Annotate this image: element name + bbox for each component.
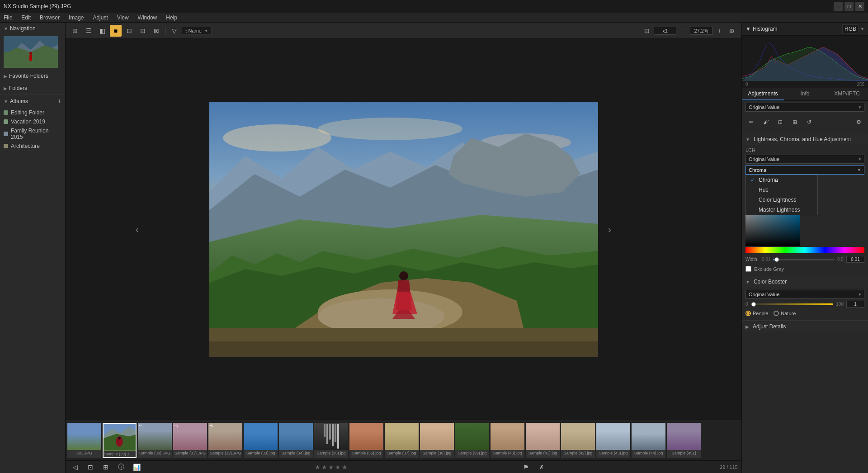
adjust-details-section[interactable]: ▶ Adjust Details <box>742 321 868 332</box>
adj-tool-2[interactable]: 🖌 <box>760 116 772 128</box>
film-item-13[interactable]: Sample (41).jpg <box>526 423 560 458</box>
status-flag-button[interactable]: ⚑ <box>520 461 532 473</box>
width-value-input[interactable] <box>846 256 864 263</box>
lch-original-value-select[interactable]: Original Value <box>745 155 864 164</box>
view-list-button[interactable]: ☰ <box>83 25 94 37</box>
exclude-gray-label[interactable]: Exclude Gray <box>754 266 784 272</box>
albums-header[interactable]: ▼ Albums + <box>0 95 65 108</box>
color-lightness-option[interactable]: Color Lightness <box>746 195 817 205</box>
menu-window[interactable]: Window <box>136 14 159 21</box>
album-architecture[interactable]: Architecture <box>0 142 65 151</box>
film-item-6[interactable]: Sample (34).jpg <box>279 423 313 458</box>
menu-image[interactable]: Image <box>67 14 85 21</box>
zoom-fit-button[interactable]: ⊡ <box>641 25 653 37</box>
film-item-14[interactable]: Sample (42).jpg <box>561 423 595 458</box>
filter-button[interactable]: ▽ <box>168 25 180 37</box>
film-item-5[interactable]: Sample (33).jpg <box>244 423 278 458</box>
tab-adjustments[interactable]: Adjustments <box>742 88 784 100</box>
view-filmstrip-button[interactable]: ⊡ <box>137 25 149 37</box>
film-item-1[interactable]: Sample (29).JPG <box>103 423 137 458</box>
film-item-0[interactable]: 381.JPG <box>67 423 101 458</box>
star-2[interactable]: ★ <box>321 464 327 471</box>
film-item-7[interactable]: Sample (35).jpg <box>314 423 348 458</box>
sort-control[interactable]: ↕ Name ▼ <box>182 27 212 35</box>
adj-tool-3[interactable]: ⊡ <box>774 116 786 128</box>
film-item-3[interactable]: *5 Sample (31).JPG <box>173 423 207 458</box>
width-slider-thumb[interactable] <box>774 257 779 262</box>
album-vacation-2019[interactable]: Vacation 2019 <box>0 117 65 126</box>
menu-adjust[interactable]: Adjust <box>91 14 109 21</box>
radio-people[interactable]: People <box>745 311 768 316</box>
status-view-button[interactable]: ⊡ <box>85 461 96 473</box>
booster-original-value-select[interactable]: Original Value <box>745 290 864 299</box>
chroma-dropdown[interactable]: Chroma ▼ <box>745 166 864 175</box>
status-info-button[interactable]: ⓘ <box>115 461 127 473</box>
star-1[interactable]: ★ <box>315 464 321 471</box>
view-extra-button[interactable]: ⊠ <box>151 25 162 37</box>
histogram-mode-arrow: ▼ <box>860 27 864 31</box>
exclude-gray-checkbox[interactable] <box>745 266 751 272</box>
color-spectrum[interactable] <box>745 247 864 253</box>
zoom-actual-button[interactable]: ⊕ <box>726 25 738 37</box>
film-item-8[interactable]: Sample (36).jpg <box>349 423 383 458</box>
status-reject-button[interactable]: ✗ <box>536 461 547 473</box>
film-item-4[interactable]: *5 Sample (32).JPG <box>208 423 242 458</box>
film-item-2[interactable]: *5 Sample (30).JPG <box>138 423 172 458</box>
star-4[interactable]: ★ <box>335 464 341 471</box>
adj-tool-1[interactable]: ✏ <box>745 116 757 128</box>
film-item-17[interactable]: Sample (45).j <box>667 423 701 458</box>
film-item-12[interactable]: Sample (40).jpg <box>491 423 524 458</box>
favorite-folders-header[interactable]: ▶ Favorite Folders <box>0 70 65 82</box>
menu-file[interactable]: File <box>2 14 14 21</box>
view-split-button[interactable]: ⊟ <box>123 25 135 37</box>
album-editing-folder[interactable]: Editing Folder <box>0 108 65 117</box>
master-lightness-option[interactable]: Master Lightness <box>746 205 817 215</box>
view-compare-button[interactable]: ◧ <box>96 25 108 37</box>
star-5[interactable]: ★ <box>342 464 348 471</box>
booster-slider-track[interactable] <box>751 303 834 305</box>
menu-edit[interactable]: Edit <box>19 14 33 21</box>
add-album-button[interactable]: + <box>57 97 61 105</box>
film-item-15[interactable]: Sample (43).jpg <box>596 423 630 458</box>
film-item-9[interactable]: Sample (37).jpg <box>385 423 419 458</box>
status-back-button[interactable]: ◁ <box>69 461 81 473</box>
menu-help[interactable]: Help <box>164 14 179 21</box>
lch-header[interactable]: ▼ Lightness, Chroma, and Hue Adjustment <box>742 134 868 145</box>
scroll-left-button[interactable]: ‹ <box>136 224 139 235</box>
folders-header[interactable]: ▶ Folders <box>0 82 65 94</box>
album-family-reunion[interactable]: Family Reunion 2015 <box>0 126 65 142</box>
minimize-button[interactable]: — <box>834 2 843 11</box>
album-dot-4 <box>4 144 8 148</box>
film-item-16[interactable]: Sample (44).jpg <box>632 423 665 458</box>
view-grid-button[interactable]: ⊞ <box>69 25 81 37</box>
maximize-button[interactable]: □ <box>844 2 854 11</box>
tab-xmp-iptc[interactable]: XMP/IPTC <box>826 88 868 100</box>
color-booster-header[interactable]: ▼ Color Booster <box>742 276 868 287</box>
film-item-11[interactable]: Sample (39).jpg <box>455 423 489 458</box>
zoom-in-button[interactable]: + <box>713 25 725 37</box>
navigation-header[interactable]: ▼ Navigation <box>0 23 65 34</box>
original-value-select[interactable]: Original Value <box>745 103 864 112</box>
width-slider-track[interactable] <box>773 259 835 260</box>
status-chart-button[interactable]: 📊 <box>131 461 142 473</box>
chroma-option[interactable]: ✓ Chroma <box>746 175 817 185</box>
adj-settings-button[interactable]: ⚙ <box>853 116 864 128</box>
scroll-right-button[interactable]: › <box>608 224 611 235</box>
hue-option[interactable]: Hue <box>746 185 817 195</box>
menu-view[interactable]: View <box>115 14 131 21</box>
menu-browser[interactable]: Browser <box>38 14 61 21</box>
film-item-10[interactable]: Sample (38).jpg <box>420 423 454 458</box>
histogram-mode[interactable]: RGB <box>842 24 859 33</box>
star-3[interactable]: ★ <box>328 464 334 471</box>
status-grid-button[interactable]: ⊞ <box>100 461 112 473</box>
adj-tool-5[interactable]: ↺ <box>803 116 815 128</box>
booster-value-input[interactable] <box>846 301 864 307</box>
booster-slider-thumb[interactable] <box>751 302 756 307</box>
adj-tool-4[interactable]: ⊞ <box>789 116 801 128</box>
tab-info[interactable]: Info <box>784 88 826 100</box>
close-button[interactable]: ✕ <box>855 2 864 11</box>
albums-label: Albums <box>10 98 28 104</box>
radio-nature[interactable]: Nature <box>774 311 796 316</box>
view-color-button[interactable]: ■ <box>110 25 122 37</box>
zoom-out-button[interactable]: − <box>677 25 689 37</box>
